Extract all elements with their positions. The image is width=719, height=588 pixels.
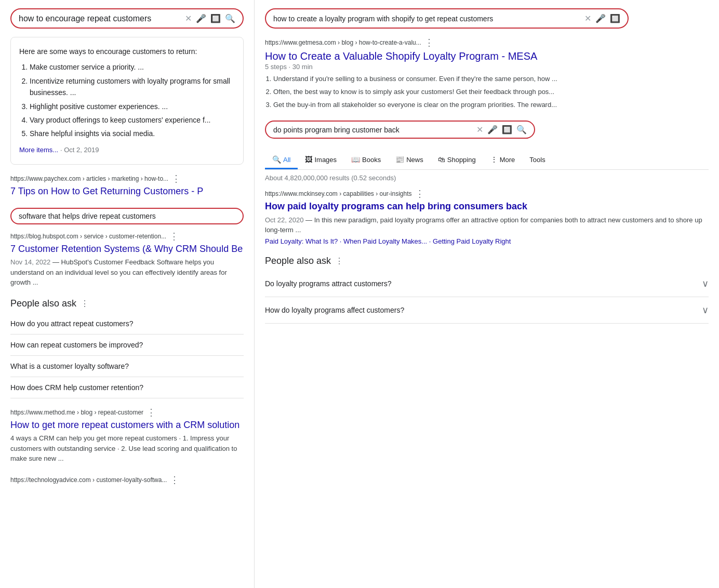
tab-shopping-label: Shopping bbox=[447, 156, 476, 164]
right-search-bar[interactable]: ✕ 🎤 🔲 bbox=[265, 8, 629, 29]
chevron-down-icon-2: ∨ bbox=[702, 304, 709, 316]
shopify-result: https://www.getmesa.com › blog › how-to-… bbox=[265, 37, 709, 110]
right-inline-clear-icon[interactable]: ✕ bbox=[476, 125, 483, 135]
result3-menu[interactable]: ⋮ bbox=[147, 407, 156, 418]
result2-snippet: Nov 14, 2022 — HubSpot's Customer Feedba… bbox=[10, 257, 244, 288]
right-inline-search[interactable]: ✕ 🎤 🔲 🔍 bbox=[265, 121, 535, 139]
right-mic-icon[interactable]: 🎤 bbox=[595, 14, 606, 23]
shopify-steps: 5 steps · 30 min bbox=[265, 63, 709, 71]
right-inline-lens-icon[interactable]: 🔲 bbox=[502, 125, 512, 135]
result3-url: https://www.method.me › blog › repeat-cu… bbox=[10, 407, 244, 418]
shopify-menu[interactable]: ⋮ bbox=[424, 37, 434, 48]
left-result-3: https://www.method.me › blog › repeat-cu… bbox=[10, 407, 244, 464]
left-result-1: https://www.paychex.com › articles › mar… bbox=[10, 173, 244, 197]
tab-news[interactable]: 📰 News bbox=[388, 151, 431, 169]
related-link-1[interactable]: Paid Loyalty: What Is It? bbox=[265, 237, 338, 245]
paa-header: People also ask ⋮ bbox=[10, 298, 244, 309]
result1-url: https://www.paychex.com › articles › mar… bbox=[10, 173, 244, 184]
tab-news-label: News bbox=[406, 156, 423, 164]
paa-item-1[interactable]: How do you attract repeat customers? bbox=[10, 313, 244, 335]
paa-menu-icon[interactable]: ⋮ bbox=[81, 299, 89, 309]
tab-more-label: More bbox=[500, 156, 515, 164]
clear-icon[interactable]: ✕ bbox=[185, 14, 192, 23]
left-result-2: https://blog.hubspot.com › service › cus… bbox=[10, 231, 244, 288]
right-inline-search-input[interactable] bbox=[273, 126, 472, 134]
right-inline-search-icon[interactable]: 🔍 bbox=[516, 125, 527, 135]
snippet-item-2: Incentivize returning customers with loy… bbox=[30, 75, 235, 99]
result3-title[interactable]: How to get more repeat customers with a … bbox=[10, 420, 239, 430]
paa-item-2[interactable]: How can repeat customers be improved? bbox=[10, 335, 244, 356]
related-link-2[interactable]: When Paid Loyalty Makes... bbox=[343, 237, 427, 245]
mckinsey-url: https://www.mckinsey.com › capabilities … bbox=[265, 188, 709, 199]
shopify-title[interactable]: How to Create a Valuable Shopify Loyalty… bbox=[265, 50, 537, 62]
right-paa-menu-icon[interactable]: ⋮ bbox=[335, 256, 343, 266]
mckinsey-snippet: Oct 22, 2020 — In this new paradigm, pai… bbox=[265, 215, 709, 235]
mckinsey-related-links: Paid Loyalty: What Is It? · When Paid Lo… bbox=[265, 237, 709, 245]
featured-snippet: Here are some ways to encourage customer… bbox=[10, 37, 244, 165]
lens-icon[interactable]: 🔲 bbox=[210, 14, 221, 23]
shopify-item-3: Get the buy-in from all stakeholder so e… bbox=[273, 100, 709, 111]
shopify-url: https://www.getmesa.com › blog › how-to-… bbox=[265, 37, 709, 48]
tab-books[interactable]: 📖 Books bbox=[344, 151, 388, 169]
chevron-down-icon-1: ∨ bbox=[702, 278, 709, 289]
tab-shopping[interactable]: 🛍 Shopping bbox=[431, 151, 483, 169]
left-panel: ✕ 🎤 🔲 🔍 Here are some ways to encourage … bbox=[0, 0, 255, 588]
tab-more[interactable]: ⋮ More bbox=[483, 151, 523, 169]
right-people-also-ask: People also ask ⋮ Do loyalty programs at… bbox=[265, 256, 709, 324]
mic-icon[interactable]: 🎤 bbox=[196, 14, 206, 23]
snippet-item-4: Vary product offerings to keep customers… bbox=[30, 114, 235, 126]
shopify-list: Understand if you're selling to a busine… bbox=[265, 74, 709, 110]
more-icon: ⋮ bbox=[490, 155, 498, 164]
snippet-item-5: Share helpful insights via social media. bbox=[30, 128, 235, 139]
right-paa-header: People also ask ⋮ bbox=[265, 256, 709, 266]
result2-url: https://blog.hubspot.com › service › cus… bbox=[10, 231, 244, 242]
tab-all-label: All bbox=[283, 156, 290, 164]
right-inline-mic-icon[interactable]: 🎤 bbox=[487, 125, 498, 135]
result4-url: https://technologyadvice.com › customer-… bbox=[10, 474, 244, 486]
images-icon: 🖼 bbox=[305, 155, 312, 164]
tab-books-label: Books bbox=[362, 156, 381, 164]
paa-item-4[interactable]: How does CRM help customer retention? bbox=[10, 377, 244, 398]
mckinsey-menu[interactable]: ⋮ bbox=[415, 188, 424, 199]
tab-all[interactable]: 🔍 All bbox=[265, 151, 298, 169]
right-search-input[interactable] bbox=[273, 15, 580, 23]
result4-menu[interactable]: ⋮ bbox=[170, 474, 179, 486]
right-paa-item-2[interactable]: How do loyalty programs affect customers… bbox=[265, 297, 709, 324]
right-panel: ✕ 🎤 🔲 https://www.getmesa.com › blog › h… bbox=[255, 0, 719, 588]
right-paa-item-1[interactable]: Do loyalty programs attract customers? ∨ bbox=[265, 271, 709, 297]
left-result-4: https://technologyadvice.com › customer-… bbox=[10, 474, 244, 486]
result1-menu[interactable]: ⋮ bbox=[171, 173, 181, 184]
tab-tools[interactable]: Tools bbox=[522, 152, 552, 169]
mckinsey-title[interactable]: How paid loyalty programs can help bring… bbox=[265, 201, 527, 211]
tab-images[interactable]: 🖼 Images bbox=[298, 151, 344, 169]
result2-title[interactable]: 7 Customer Retention Systems (& Why CRM … bbox=[10, 244, 243, 254]
result3-snippet: 4 ways a CRM can help you get more repea… bbox=[10, 433, 244, 464]
shopify-item-2: Often, the best way to know is to simply… bbox=[273, 87, 709, 98]
shopify-item-1: Understand if you're selling to a busine… bbox=[273, 74, 709, 85]
left-inline-search[interactable] bbox=[10, 208, 244, 224]
left-people-also-ask: People also ask ⋮ How do you attract rep… bbox=[10, 298, 244, 398]
left-search-bar[interactable]: ✕ 🎤 🔲 🔍 bbox=[10, 8, 244, 29]
snippet-item-1: Make customer service a priority. ... bbox=[30, 61, 235, 73]
snippet-date-value: Oct 2, 2019 bbox=[64, 146, 99, 154]
result1-title[interactable]: 7 Tips on How to Get Returning Customers… bbox=[10, 186, 203, 196]
right-clear-icon[interactable]: ✕ bbox=[584, 14, 591, 23]
search-icon[interactable]: 🔍 bbox=[225, 14, 235, 23]
paa-item-3[interactable]: What is a customer loyalty software? bbox=[10, 356, 244, 377]
books-icon: 📖 bbox=[351, 155, 360, 164]
tab-tools-label: Tools bbox=[529, 156, 545, 164]
related-link-3[interactable]: Getting Paid Loyalty Right bbox=[433, 237, 511, 245]
all-icon: 🔍 bbox=[272, 155, 281, 164]
more-items-link[interactable]: More items... bbox=[19, 146, 58, 154]
shopping-icon: 🛍 bbox=[438, 155, 445, 164]
news-icon: 📰 bbox=[395, 155, 404, 164]
snippet-intro: Here are some ways to encourage customer… bbox=[19, 46, 235, 57]
snippet-list: Make customer service a priority. ... In… bbox=[19, 61, 235, 139]
left-search-input[interactable] bbox=[19, 14, 181, 23]
right-lens-icon[interactable]: 🔲 bbox=[610, 14, 620, 23]
search-nav: 🔍 All 🖼 Images 📖 Books 📰 News 🛍 S bbox=[265, 147, 709, 170]
left-inline-search-input[interactable] bbox=[19, 212, 235, 220]
tab-images-label: Images bbox=[314, 156, 337, 164]
result2-menu[interactable]: ⋮ bbox=[169, 231, 179, 242]
right-content: ✕ 🎤 🔲 https://www.getmesa.com › blog › h… bbox=[255, 0, 719, 340]
